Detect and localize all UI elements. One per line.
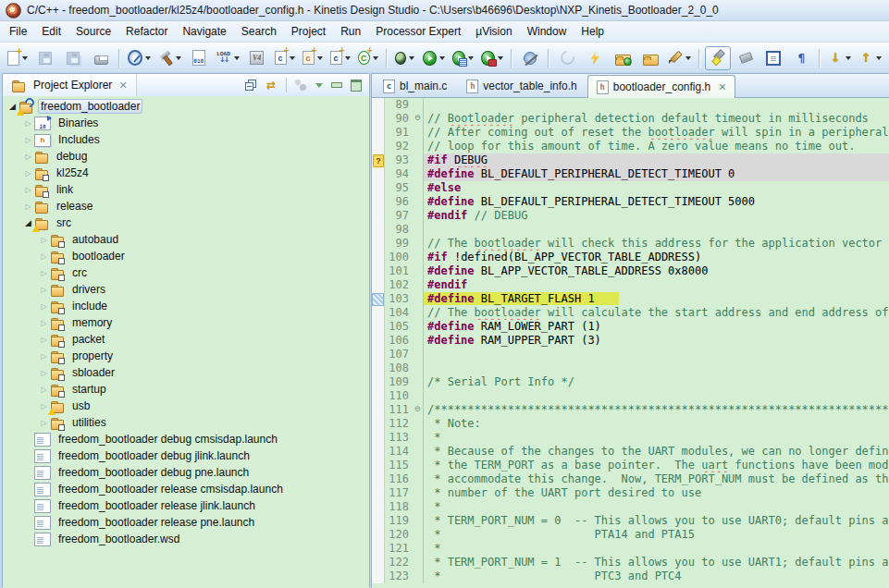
tree-item-link[interactable]: ▷link	[3, 181, 369, 198]
marker-pen-button[interactable]	[665, 46, 694, 70]
fold-marker-icon[interactable]: ⊖	[413, 112, 423, 126]
tree-item-release[interactable]: ▷release	[3, 198, 369, 214]
code-line[interactable]: 102#endif	[372, 278, 889, 292]
marker-bar[interactable]	[372, 389, 385, 403]
marker-bar[interactable]	[372, 264, 385, 278]
code-line[interactable]: 107	[372, 348, 889, 361]
collapsed-arrow-icon[interactable]: ▷	[22, 153, 34, 161]
dropdown-arrow-icon[interactable]	[685, 56, 691, 60]
tree-item-freedom-bootloader-wsd[interactable]: freedom_bootloader.wsd	[3, 531, 369, 547]
menu-item-project[interactable]: Project	[284, 22, 333, 41]
code-line[interactable]: 97#endif // DEBUG	[372, 209, 889, 223]
menu-item-processor-expert[interactable]: Processor Expert	[368, 22, 468, 41]
code-line[interactable]: 99// The bootloader will check this addr…	[372, 237, 889, 251]
dropdown-arrow-icon[interactable]	[876, 56, 882, 60]
marker-bar[interactable]	[372, 486, 385, 500]
marker-bar[interactable]	[372, 167, 385, 181]
tree-item-include[interactable]: ▷include	[3, 298, 369, 314]
tree-item-freedom-bootloader-release-pne-launch[interactable]: freedom_bootloader release pne.launch	[3, 514, 369, 531]
collapsed-arrow-icon[interactable]: ▷	[38, 236, 50, 244]
dropdown-arrow-icon[interactable]	[176, 56, 181, 60]
dropdown-arrow-icon[interactable]	[290, 56, 295, 60]
marker-bar[interactable]	[372, 403, 385, 417]
dropdown-arrow-icon[interactable]	[22, 56, 28, 60]
marker-bar[interactable]	[372, 334, 385, 348]
dropdown-arrow-icon[interactable]	[234, 56, 240, 60]
code-line[interactable]: 108	[372, 361, 889, 375]
tree-item-drivers[interactable]: ▷drivers	[3, 281, 369, 298]
dropdown-arrow-icon[interactable]	[317, 56, 323, 60]
code-line[interactable]: 98	[372, 223, 889, 237]
marker-bar[interactable]	[372, 445, 385, 459]
maximize-icon[interactable]	[351, 80, 362, 92]
code-line[interactable]: 110	[372, 389, 889, 403]
show-whitespace-button[interactable]: ¶	[788, 46, 814, 70]
marker-bar[interactable]	[372, 140, 385, 153]
code-line[interactable]: 91// After coming out of reset the bootl…	[372, 126, 889, 140]
marker-bar[interactable]	[372, 181, 385, 195]
menu-item-edit[interactable]: Edit	[34, 22, 68, 41]
tree-item-property[interactable]: ▷property	[3, 348, 369, 364]
debug-button[interactable]	[392, 46, 418, 70]
tree-item-debug[interactable]: ▷debug	[3, 148, 369, 165]
print-button[interactable]	[88, 46, 114, 70]
skip-all-breakpoints-button[interactable]	[517, 46, 543, 70]
marker-bar[interactable]	[372, 195, 385, 209]
marker-bar[interactable]	[372, 292, 385, 306]
editor-content[interactable]: 8990⊖// Bootloader peripheral detection …	[372, 98, 889, 588]
external-tools-button[interactable]	[478, 46, 506, 70]
marker-bar[interactable]	[372, 348, 385, 361]
collapsed-arrow-icon[interactable]: ▷	[38, 386, 50, 394]
marker-bar[interactable]	[372, 542, 385, 556]
minimize-icon[interactable]	[331, 82, 342, 88]
marker-bar[interactable]	[372, 570, 385, 583]
tab-bl-main-c[interactable]: cbl_main.c	[374, 74, 456, 97]
code-line[interactable]: 103#define BL_TARGET_FLASH 1	[372, 292, 889, 306]
code-line[interactable]: 123 * PTC3 and PTC4	[372, 570, 889, 583]
marker-bar[interactable]	[372, 278, 385, 292]
collapse-all-icon[interactable]	[245, 80, 256, 91]
code-line[interactable]: 111⊖/***********************************…	[372, 403, 889, 417]
code-line[interactable]: 106#define RAM_UPPER_PART (3)	[372, 334, 889, 348]
tree-item-freedom-bootloader-debug-pne-launch[interactable]: freedom_bootloader debug pne.launch	[3, 464, 369, 481]
tree-item-bootloader[interactable]: ▷bootloader	[3, 248, 369, 264]
tree-item-includes[interactable]: ▷hIncludes	[3, 131, 369, 148]
code-line[interactable]: 114 * Because of the changes to the UART…	[372, 445, 889, 459]
code-line[interactable]: 115 * the TERM_PORT as a base pointer. T…	[372, 459, 889, 472]
previous-annotation-button[interactable]: ↑	[856, 46, 884, 70]
marker-bar[interactable]	[372, 375, 385, 389]
code-line[interactable]: 119 * TERM_PORT_NUM = 0 -- This allows y…	[372, 514, 889, 528]
menu-item-source[interactable]: Source	[68, 22, 118, 41]
new-c-project-button[interactable]: c	[327, 46, 353, 70]
menu-item-file[interactable]: File	[2, 22, 34, 41]
code-line[interactable]: 121 *	[372, 542, 889, 556]
code-line[interactable]: 92// loop for this amount of time. A zer…	[372, 140, 889, 153]
marker-bar[interactable]	[372, 98, 385, 112]
collapsed-arrow-icon[interactable]: ▷	[38, 369, 50, 377]
marker-bar[interactable]	[372, 514, 385, 528]
code-line[interactable]: 100#if !defined(BL_APP_VECTOR_TABLE_ADDR…	[372, 251, 889, 264]
tree-item-freedom-bootloader-release-cmsisdap-launch[interactable]: freedom_bootloader release cmsisdap.laun…	[3, 481, 369, 497]
menu-item-run[interactable]: Run	[333, 22, 368, 41]
tree-item-utilities[interactable]: ▷utilities	[3, 414, 369, 431]
tree-item-autobaud[interactable]: ▷autobaud	[3, 231, 369, 248]
menu-item-search[interactable]: Search	[234, 22, 284, 41]
dropdown-arrow-icon[interactable]	[373, 56, 378, 60]
code-line[interactable]: 117 * number of the UART port desired to…	[372, 486, 889, 500]
flash-lightning-button[interactable]	[582, 46, 608, 70]
collapsed-arrow-icon[interactable]: ▷	[38, 252, 50, 261]
marker-bar[interactable]: ?	[372, 153, 385, 167]
marker-bar[interactable]	[372, 528, 385, 542]
code-line[interactable]: 96#define BL_DEFAULT_PERIPHERAL_DETECT_T…	[372, 195, 889, 209]
collapsed-arrow-icon[interactable]: ▷	[22, 136, 34, 144]
collapsed-arrow-icon[interactable]: ▷	[38, 302, 50, 311]
code-line[interactable]: 90⊖// Bootloader peripheral detection de…	[372, 112, 889, 126]
tree-item-binaries[interactable]: ▷10Binaries	[3, 115, 369, 131]
link-with-editor-icon[interactable]: ⇄	[265, 79, 278, 92]
menu-item-refactor[interactable]: Refactor	[118, 22, 175, 41]
tree-item-freedom-bootloader-debug-jlink-launch[interactable]: freedom_bootloader debug jlink.launch	[3, 447, 369, 464]
dropdown-arrow-icon[interactable]	[439, 56, 445, 60]
dropdown-arrow-icon[interactable]	[145, 56, 151, 60]
collapsed-arrow-icon[interactable]: ▷	[38, 319, 50, 327]
tree-item-freedom-bootloader[interactable]: ◢freedom_bootloader	[3, 98, 369, 115]
